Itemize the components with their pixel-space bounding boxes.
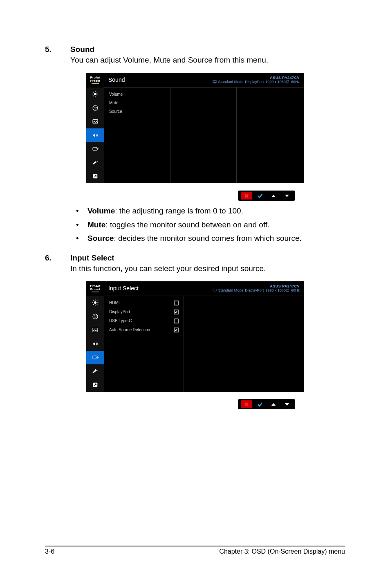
svg-point-12 [95,108,96,110]
proart-logo: ProArt Preset [86,281,104,296]
status-hz: 60Hz [291,80,300,84]
osd-model: ASUS PA247CV [213,284,300,288]
section-desc-input: In this function, you can select your de… [70,263,345,274]
status-mode: Standard Mode [218,80,244,84]
logo-line2: Preset [90,288,101,291]
label: Volume [109,92,123,97]
input-icon[interactable] [86,351,104,365]
shortcut-icon[interactable] [86,170,104,184]
svg-rect-34 [213,289,216,291]
status-port: DisplayPort [245,288,264,292]
svg-rect-13 [93,120,98,123]
osd-input-panel: ProArt Preset Input Select ASUS PA247CV [86,281,304,392]
up-button[interactable] [267,401,280,408]
status-hz: 60Hz [291,288,300,292]
status-mode: Standard Mode [218,288,244,292]
sound-icon[interactable] [86,128,104,142]
down-button[interactable] [280,193,294,199]
osd-model: ASUS PA247CV [213,76,300,80]
section-number: 6. [45,254,58,263]
svg-point-0 [94,93,96,95]
confirm-button[interactable] [253,193,267,199]
monitor-icon [213,80,217,83]
shortcut-icon[interactable] [86,378,104,392]
close-button[interactable] [240,400,253,408]
down-button[interactable] [280,401,294,408]
svg-point-9 [93,105,98,110]
checkbox-unchecked-icon [174,301,179,305]
svg-line-26 [97,301,98,301]
bullet-source: Source: decides the monitor sound comes … [73,233,345,244]
svg-line-5 [93,92,94,93]
settings-icon[interactable] [86,156,104,170]
chapter-title: Chapter 3: OSD (On-Screen Display) menu [219,548,345,555]
sound-icon[interactable] [86,337,104,351]
checkbox-unchecked-icon [174,319,179,323]
svg-line-25 [93,304,94,305]
logo-line2: Preset [90,79,101,83]
svg-rect-36 [174,301,178,305]
settings-icon[interactable] [86,364,104,378]
osd-item-volume[interactable]: Volume [104,90,170,99]
osd-item-hdmi[interactable]: HDMI [104,298,184,307]
svg-point-18 [94,301,96,304]
osd-item-auto-source[interactable]: Auto Source Detection [104,325,184,334]
svg-line-8 [97,92,98,93]
label: Mute [109,101,118,105]
status-res: 1920 x 1080@ [265,288,289,292]
svg-rect-16 [213,81,216,83]
bullet-volume: Volume: the adjusting range is from 0 to… [73,206,345,216]
image-icon[interactable] [86,115,104,129]
svg-point-29 [96,315,97,316]
close-button[interactable] [240,192,253,200]
color-icon[interactable] [86,310,104,323]
confirm-button[interactable] [253,401,267,408]
svg-point-28 [94,315,95,316]
svg-point-30 [95,317,96,318]
svg-point-27 [93,314,98,319]
label: DisplayPort [109,310,130,314]
status-res: 1920 x 1080@ [265,80,289,84]
brightness-icon[interactable] [86,88,104,101]
input-icon[interactable] [86,142,104,156]
checkbox-checked-icon [174,310,179,314]
monitor-icon [213,289,217,292]
osd-title: Sound [108,76,125,83]
image-icon[interactable] [86,323,104,337]
label: Source [109,109,122,114]
osd-button-bar [238,399,295,409]
svg-line-7 [93,96,94,97]
osd-item-usbc[interactable]: USB Type-C [104,316,184,325]
svg-rect-38 [174,319,178,323]
brightness-icon[interactable] [86,296,104,310]
osd-item-mute[interactable]: Mute [104,99,170,107]
osd-item-source[interactable]: Source [104,107,170,116]
label: Auto Source Detection [109,328,150,332]
osd-sound-panel: ProArt Preset Sound ASUS PA247CV S [86,73,304,184]
status-port: DisplayPort [245,80,264,84]
proart-logo: ProArt Preset [86,73,104,88]
checkbox-checked-icon [174,328,179,332]
svg-line-6 [97,96,98,97]
up-button[interactable] [267,193,280,199]
svg-rect-31 [93,328,98,332]
svg-point-10 [94,107,95,108]
svg-line-24 [97,304,98,305]
label: HDMI [109,301,120,305]
section-title-input: Input Select [70,254,114,263]
svg-point-11 [96,107,97,108]
section-number: 5. [45,45,58,54]
bullet-mute: Mute: toggles the monitor sound between … [73,220,345,230]
color-icon[interactable] [86,101,104,115]
svg-line-23 [93,301,94,301]
section-desc-sound: You can adjust Volume, Mute and Source f… [70,55,345,65]
page-number: 3-6 [45,548,54,555]
section-title-sound: Sound [70,45,94,54]
osd-item-displayport[interactable]: DisplayPort [104,307,184,316]
osd-title: Input Select [108,285,139,292]
label: USB Type-C [109,319,132,323]
osd-button-bar [238,191,295,201]
